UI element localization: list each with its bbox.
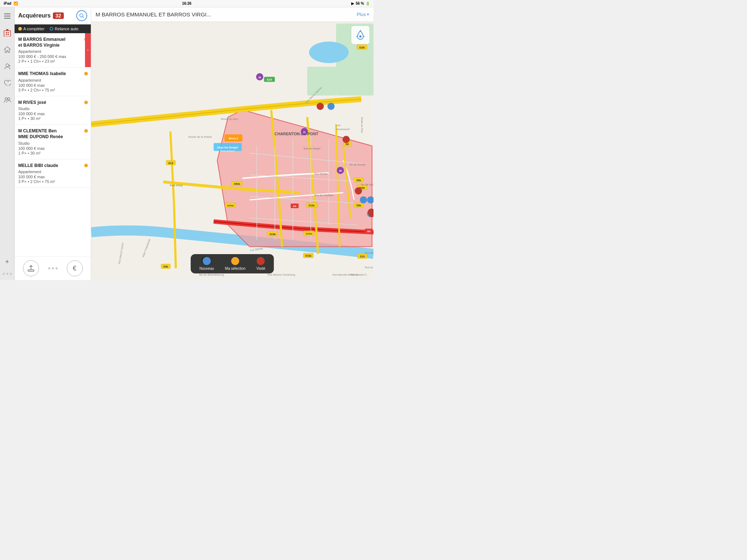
nav-dot-2 — [6, 273, 8, 275]
client-price: 100 000 € - 250 000 € max — [18, 54, 87, 59]
svg-rect-4 — [6, 32, 7, 33]
svg-rect-19 — [307, 67, 336, 96]
nav-home-list-icon[interactable] — [2, 44, 12, 55]
svg-text:Route du Bac: Route du Bac — [221, 117, 238, 121]
carrier-label: iPad — [4, 1, 11, 5]
svg-text:D6b: D6b — [356, 204, 361, 207]
plus-label: Plus — [357, 12, 366, 17]
legend-nouveau-label: Nouveau — [200, 267, 214, 271]
client-details: 3 P+ • 2 Ch+ • 75 m² — [18, 88, 87, 92]
legend-ma-selection[interactable]: Ma sélection — [225, 257, 245, 271]
client-details: 3 P+ • 2 Ch+ • 75 m² — [18, 179, 87, 184]
filter-relance-auto[interactable]: Relance auto — [50, 27, 78, 31]
nav-rail-bottom: + — [2, 257, 12, 280]
client-name: M CLEMENTE Ben MME DUPOND Renée — [18, 128, 87, 140]
svg-text:Route du Parc: Route du Parc — [361, 117, 363, 133]
svg-rect-15 — [28, 270, 34, 271]
nav-menu-icon[interactable] — [2, 11, 12, 21]
svg-text:M: M — [339, 169, 342, 172]
client-details: 2 P+ • 1 Ch+ • 23 m² — [18, 59, 87, 63]
nav-rail: + — [0, 7, 15, 280]
svg-point-11 — [5, 98, 7, 100]
list-item[interactable]: M CLEMENTE Ben MME DUPOND Renée Studio 1… — [15, 125, 91, 159]
battery-icon: 🔋 — [365, 1, 370, 5]
svg-text:A4: A4 — [293, 205, 296, 207]
euro-button[interactable]: € — [67, 260, 83, 276]
nav-building-icon[interactable] — [2, 28, 12, 38]
export-button[interactable] — [23, 260, 39, 276]
client-price: 100 000 € max — [18, 146, 87, 151]
svg-text:Av. de Gravile: Av. de Gravile — [350, 163, 365, 166]
legend-bar: Nouveau Ma sélection Visité — [191, 254, 274, 273]
client-name: MELLE BIBI claude — [18, 163, 87, 169]
sidebar: Acquéreurs 32 A compléter Relance auto — [15, 7, 91, 280]
client-price: 100 000 € max — [18, 83, 87, 88]
svg-rect-1 — [4, 16, 11, 16]
nav-dot-1 — [3, 273, 5, 275]
filter-a-completer[interactable]: A compléter — [18, 27, 44, 31]
status-right: ▶ 56 % 🔋 — [351, 1, 370, 5]
svg-text:D6: D6 — [346, 143, 349, 145]
svg-text:Av. de Verdun: Av. de Verdun — [361, 183, 374, 186]
list-item[interactable]: M RIVES josé Studio 100 000 € max 1 P+ •… — [15, 96, 91, 125]
legend-dot-red — [257, 257, 265, 265]
svg-text:Rue Bouley: Rue Bouley — [365, 252, 374, 254]
filter-relance-auto-label: Relance auto — [55, 27, 78, 31]
svg-text:D19a: D19a — [305, 254, 311, 257]
svg-text:D19: D19 — [360, 255, 365, 258]
svg-rect-3 — [4, 31, 11, 36]
filter-row: A compléter Relance auto — [15, 24, 91, 33]
status-left: iPad 📶 — [4, 1, 18, 5]
svg-text:Rue de Verdun: Rue de Verdun — [303, 147, 320, 150]
filter-a-completer-label: A compléter — [23, 27, 44, 31]
search-button[interactable] — [76, 10, 87, 21]
svg-rect-8 — [6, 29, 8, 31]
client-name: MME THOMAS Isabelle — [18, 71, 87, 77]
svg-text:Route de la Plaine: Route de la Plaine — [189, 135, 212, 139]
sidebar-title: Acquéreurs — [18, 12, 51, 19]
legend-visite[interactable]: Visité — [256, 257, 265, 271]
list-item[interactable]: MME THOMAS Isabelle Appartement 100 000 … — [15, 67, 91, 96]
list-item[interactable]: M BARROS Emmanuel et BARROS Virginie App… — [15, 33, 91, 67]
svg-text:Daumesnil: Daumesnil — [336, 128, 349, 131]
client-type: Studio — [18, 106, 87, 111]
nav-profile-icon[interactable] — [2, 95, 12, 105]
client-name: M BARROS Emmanuel et BARROS Virginie — [18, 37, 87, 48]
add-button[interactable]: + — [2, 257, 12, 267]
svg-text:D152a: D152a — [306, 233, 313, 235]
client-type: Appartement — [18, 49, 87, 54]
legend-visite-label: Visité — [256, 267, 265, 271]
list-item[interactable]: MELLE BIBI claude Appartement 100 000 € … — [15, 159, 91, 188]
map-location-button[interactable] — [351, 26, 370, 44]
legend-nouveau[interactable]: Nouveau — [200, 257, 214, 271]
svg-text:D50: D50 — [163, 265, 168, 268]
svg-text:Porte de Bercy: Porte de Bercy — [221, 150, 235, 152]
chevron-down-icon: ▾ — [367, 12, 369, 17]
svg-text:Lac: Lac — [336, 124, 341, 127]
client-status-dot — [84, 72, 88, 75]
acquéreur-list: M BARROS Emmanuel et BARROS Virginie App… — [15, 33, 91, 256]
client-price: 100 000 € max — [18, 175, 87, 179]
map-area[interactable]: M BARROS EMMANUEL ET BARROS VIRGI... Plu… — [91, 7, 374, 280]
status-bar: iPad 📶 16:26 ▶ 56 % 🔋 — [0, 0, 374, 7]
svg-rect-6 — [6, 34, 7, 35]
nav-heart-icon[interactable] — [2, 78, 12, 88]
svg-point-13 — [80, 14, 83, 17]
chevron-right-icon: › — [85, 33, 91, 67]
battery-label: 56 % — [356, 1, 364, 5]
nav-contacts-icon[interactable] — [2, 61, 12, 71]
svg-point-84 — [328, 103, 335, 110]
svg-text:Rue Anatoie F...: Rue Anatoie F... — [351, 273, 368, 276]
svg-line-14 — [83, 17, 84, 18]
legend-ma-selection-label: Ma sélection — [225, 267, 245, 271]
svg-text:Rue Maurice Gunsbourg: Rue Maurice Gunsbourg — [268, 273, 295, 276]
acquéreurs-count-badge: 32 — [53, 12, 64, 19]
svg-text:D19b: D19b — [270, 233, 276, 236]
svg-text:Bercy 2: Bercy 2 — [229, 137, 238, 140]
svg-point-112 — [360, 196, 367, 203]
legend-dot-blue — [203, 257, 211, 265]
svg-point-20 — [309, 42, 349, 63]
map-plus-button[interactable]: Plus ▾ — [357, 12, 369, 17]
sidebar-bottom: € — [15, 256, 91, 280]
svg-text:D50b: D50b — [234, 183, 240, 185]
